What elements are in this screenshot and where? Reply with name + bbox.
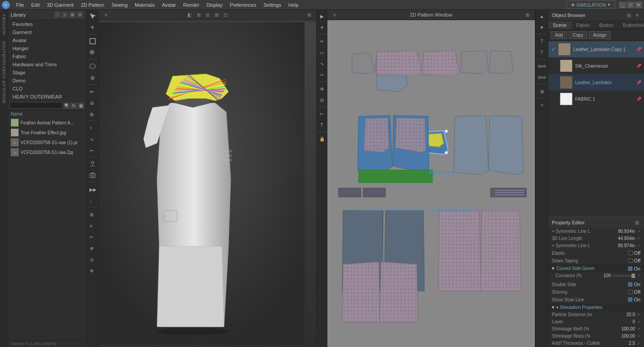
menu-sewing[interactable]: Sewing: [108, 1, 131, 9]
pin-icon-1[interactable]: 📌: [636, 64, 641, 68]
menu-materials[interactable]: Materials: [131, 1, 158, 9]
curvature-slider[interactable]: [613, 275, 635, 277]
modular-config-tab[interactable]: MODULAR CONFIGURATOR: [1, 38, 7, 106]
sim-icon-0[interactable]: ↗: [637, 313, 640, 317]
library-add-icon[interactable]: +: [62, 12, 68, 18]
ptool-text[interactable]: T: [317, 120, 327, 130]
library-item-fabric[interactable]: Fabric: [8, 52, 86, 60]
menu-render[interactable]: Render: [180, 1, 203, 9]
sim-dropdown[interactable]: ▾: [608, 2, 610, 8]
shirring-checkbox[interactable]: [628, 290, 633, 294]
library-item-favorites[interactable]: Favorites: [8, 20, 86, 28]
library-item-hanger[interactable]: Hanger: [8, 44, 86, 52]
sim-icon-4[interactable]: ↗: [637, 341, 640, 346]
library-item-stage[interactable]: Stage: [8, 69, 86, 77]
curved-side-toggle[interactable]: On: [628, 266, 640, 271]
shirring-toggle[interactable]: Off: [628, 289, 640, 295]
tool-grid[interactable]: ⊞: [87, 209, 98, 219]
tool-gravity[interactable]: ↓: [87, 195, 98, 206]
pattern-menu-icon[interactable]: ≡: [331, 11, 338, 18]
tool-move-3d[interactable]: ✛: [87, 22, 98, 33]
tool-avatar-edit[interactable]: [87, 159, 98, 169]
tool-camera[interactable]: [87, 170, 98, 180]
ptool-seam[interactable]: ⊟: [317, 94, 327, 105]
rtool-fabric-icon[interactable]: ⊞: [537, 86, 547, 97]
list-item[interactable]: ▣ True Feather Effect.jpg: [8, 128, 86, 137]
curved-side-checkbox[interactable]: [628, 266, 632, 271]
material-item-3[interactable]: FABRIC 1 📌: [548, 91, 644, 107]
rtool-1[interactable]: ▲: [537, 11, 547, 21]
menu-file[interactable]: File: [13, 1, 28, 9]
menu-display[interactable]: Display: [203, 1, 226, 9]
list-item[interactable]: ▲ VCFD2000758-S1-raw (1).pr: [8, 137, 86, 147]
menu-help[interactable]: Help: [285, 1, 302, 9]
tool-measure[interactable]: ⊢: [87, 145, 98, 155]
menu-preferences[interactable]: Preferences: [226, 1, 260, 9]
ptool-cut[interactable]: ✂: [317, 69, 327, 80]
viewport-menu-icon[interactable]: ≡: [102, 11, 110, 18]
pin-icon-3[interactable]: 📌: [636, 97, 641, 101]
pin-icon-2[interactable]: 📌: [636, 80, 641, 85]
tool-pin[interactable]: ⊛: [87, 72, 98, 83]
prop-icon-2[interactable]: ↗: [637, 244, 640, 248]
pattern-canvas[interactable]: [327, 22, 535, 347]
tool-misc1[interactable]: ⊕: [87, 242, 98, 253]
tool-cloth-brush[interactable]: ✏: [87, 86, 98, 97]
rtool-2[interactable]: ▼: [537, 22, 547, 33]
viewport-expand-icon[interactable]: ⊞: [305, 11, 313, 18]
ptool-select[interactable]: ▶: [317, 11, 327, 21]
show-style-toggle[interactable]: On: [628, 297, 640, 302]
copy-button[interactable]: Copy: [569, 31, 587, 39]
ptool-rect[interactable]: ▭: [317, 47, 327, 58]
tool-misc3[interactable]: ⊗: [87, 265, 98, 275]
vp-icon-4[interactable]: ⊠: [213, 11, 220, 18]
menu-settings[interactable]: Settings: [260, 1, 285, 9]
menu-avatar[interactable]: Avatar: [158, 1, 180, 9]
curvature-slider-container[interactable]: [613, 275, 635, 277]
sim-icon-2[interactable]: ↗: [637, 327, 640, 331]
ptool-sew[interactable]: ⊗: [317, 83, 327, 94]
pattern-expand-icon[interactable]: ⊞: [524, 11, 531, 18]
menu-3d-garment[interactable]: 3D Garment: [43, 1, 77, 9]
library-item-clo[interactable]: CLO: [8, 85, 86, 93]
library-upload-icon[interactable]: ↑: [54, 12, 60, 18]
seam-checkbox[interactable]: [628, 258, 633, 263]
tool-3d-garment[interactable]: [87, 61, 98, 72]
list-item[interactable]: ▲ VCFD2000758-S1-raw.Zpj: [8, 147, 86, 157]
tool-scale[interactable]: ⊕: [87, 47, 98, 58]
library-item-demo[interactable]: Demo: [8, 77, 86, 85]
tool-fold[interactable]: ⊘: [87, 97, 98, 108]
library-expand-icon[interactable]: ⊞: [69, 12, 76, 18]
rtool-5[interactable]: Wml: [537, 61, 547, 72]
material-item-1[interactable]: Silk_Charmeuse 📌: [548, 58, 644, 74]
ptool-measure[interactable]: ⊢: [317, 108, 327, 119]
tab-fabric[interactable]: Fabric: [572, 21, 595, 29]
assign-button[interactable]: Assign: [589, 31, 610, 39]
history-tab[interactable]: HISTORY: [1, 10, 7, 38]
seam-toggle[interactable]: Off: [628, 258, 640, 263]
tool-hardening[interactable]: ⊞: [87, 108, 98, 119]
tab-button[interactable]: Button: [595, 21, 619, 29]
sim-icon-3[interactable]: ↗: [637, 334, 640, 338]
double-side-toggle[interactable]: On: [628, 282, 640, 287]
rtool-4[interactable]: T: [537, 47, 547, 58]
library-close-icon[interactable]: ✕: [77, 12, 83, 18]
ptool-curve[interactable]: ∿: [317, 58, 327, 69]
tool-transform[interactable]: [87, 36, 98, 47]
elastic-checkbox[interactable]: [628, 251, 633, 255]
panel-expand-icon[interactable]: ⊞: [625, 12, 632, 19]
search-input[interactable]: [10, 102, 63, 109]
pin-icon-0[interactable]: 📌: [636, 47, 641, 51]
tool-tape[interactable]: ⌇: [87, 122, 98, 133]
vp-icon-2[interactable]: ⊞: [195, 11, 202, 18]
maximize-button[interactable]: □: [627, 2, 634, 8]
menu-2d-pattern[interactable]: 2D Pattern: [77, 1, 108, 9]
prop-expand-icon[interactable]: ⊞: [633, 219, 640, 226]
library-item-avatar[interactable]: Avatar: [8, 36, 86, 44]
curvature-reset-icon[interactable]: ↗: [637, 274, 640, 278]
vp-icon-1[interactable]: ◧: [186, 11, 193, 18]
material-item-2[interactable]: Leather_Lambskin 📌: [548, 74, 644, 91]
panel-close-icon[interactable]: ✕: [633, 12, 640, 19]
tool-layers[interactable]: ≡: [87, 220, 98, 231]
simulation-badge[interactable]: ◈ SIMULATION ▾: [566, 0, 615, 9]
